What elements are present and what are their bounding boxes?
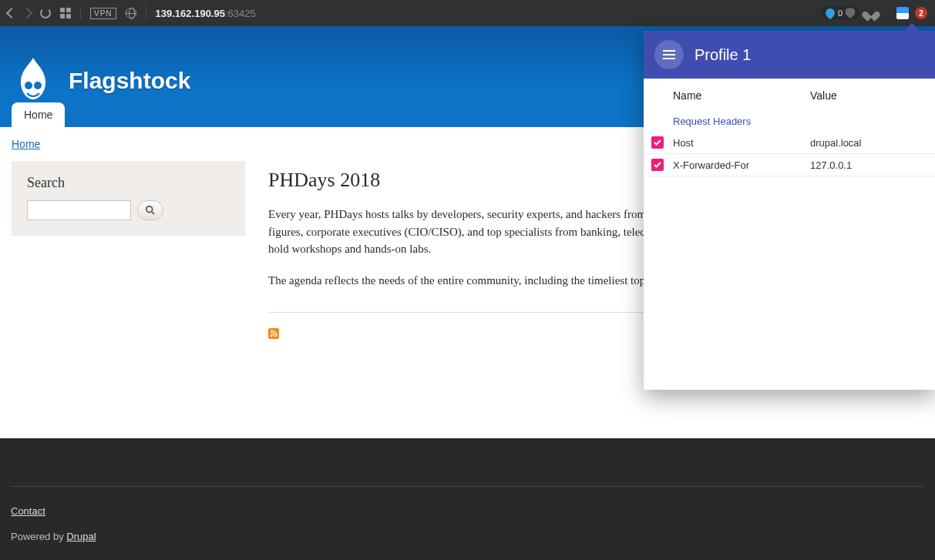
header-value: drupal.local [810, 137, 926, 149]
heart-icon[interactable] [866, 8, 876, 18]
globe-icon[interactable] [126, 8, 136, 18]
separator [146, 6, 146, 20]
site-footer: Contact Powered by Drupal [0, 438, 935, 560]
powered-by: Powered by Drupal [11, 531, 924, 542]
primary-nav: Home [12, 102, 65, 127]
header-name: Host [673, 137, 810, 149]
search-button[interactable] [137, 200, 163, 220]
speed-dial-button[interactable] [60, 8, 71, 18]
powered-prefix: Powered by [11, 531, 66, 542]
col-name: Name [673, 89, 810, 102]
vpn-badge[interactable]: VPN [90, 8, 116, 19]
svg-point-2 [146, 206, 153, 213]
toolbar-right: 0 2 [821, 6, 927, 20]
table-header: Name Value [644, 79, 935, 112]
address-port: :63425 [225, 8, 256, 19]
reload-button[interactable] [40, 8, 51, 18]
svg-line-3 [152, 212, 155, 215]
col-value: Value [810, 89, 926, 102]
svg-point-1 [34, 82, 42, 89]
browser-chrome: VPN 139.162.190.95:63425 0 2 [0, 0, 935, 26]
search-icon [145, 205, 156, 216]
search-block: Search [12, 161, 245, 236]
address-host: 139.162.190.95 [156, 8, 225, 19]
forward-button[interactable] [22, 8, 32, 18]
popup-caret [904, 23, 920, 31]
svg-point-0 [25, 82, 32, 89]
header-name: X-Forwarded-For [673, 159, 810, 171]
address-bar[interactable]: 139.162.190.95:63425 [156, 8, 256, 19]
svg-point-4 [271, 335, 273, 337]
footer-contact-link[interactable]: Contact [11, 505, 45, 517]
breadcrumb-home[interactable]: Home [12, 138, 245, 150]
search-heading: Search [27, 175, 230, 191]
checkbox[interactable] [651, 136, 664, 149]
extension-icon-b[interactable]: 2 [915, 7, 927, 19]
header-value: 127.0.0.1 [810, 159, 926, 171]
popup-header: Profile 1 [644, 31, 935, 79]
section-label: Request Headers [644, 112, 935, 132]
back-button[interactable] [6, 8, 17, 18]
table-row[interactable]: X-Forwarded-For127.0.0.1 [644, 154, 935, 176]
shield-icon [846, 8, 855, 18]
pill-count: 0 [838, 8, 843, 18]
checkbox[interactable] [651, 159, 664, 171]
tab-home[interactable]: Home [12, 102, 65, 127]
nav-arrows [8, 9, 31, 17]
separator [80, 6, 81, 20]
extension-icon-a[interactable] [896, 7, 909, 19]
drupal-pill[interactable]: 0 [821, 6, 859, 20]
powered-link[interactable]: Drupal [66, 531, 96, 542]
site-logo[interactable] [12, 55, 55, 107]
extension-popup: Profile 1 Name Value Request Headers Hos… [644, 31, 935, 390]
table-row[interactable]: Hostdrupal.local [644, 132, 935, 154]
menu-button[interactable] [654, 40, 684, 69]
search-input[interactable] [27, 200, 131, 220]
popup-title: Profile 1 [695, 46, 751, 64]
rss-icon[interactable] [268, 328, 279, 339]
site-name[interactable]: Flagshtock [69, 68, 190, 94]
drupal-icon [823, 7, 836, 20]
